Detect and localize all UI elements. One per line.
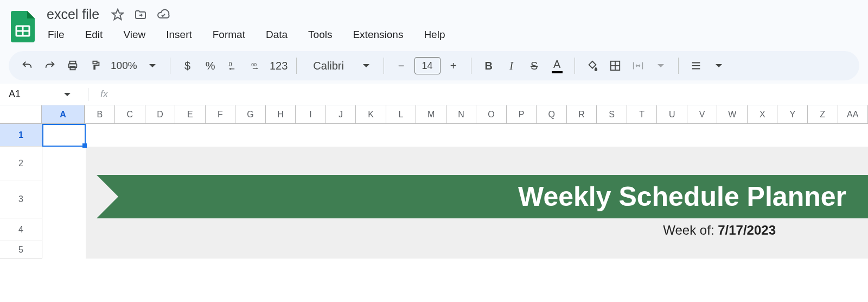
col-header-L[interactable]: L (386, 105, 417, 123)
sheet-body[interactable]: Weekly Schedule Planner Week of: 7/17/20… (42, 124, 868, 259)
col-header-E[interactable]: E (175, 105, 206, 123)
increase-decimal-icon[interactable]: .00 (246, 56, 266, 76)
print-icon[interactable] (63, 56, 82, 76)
star-icon[interactable] (111, 8, 124, 21)
fill-color-icon[interactable] (583, 56, 602, 76)
col-header-V[interactable]: V (687, 105, 718, 123)
name-box-value: A1 (9, 89, 21, 100)
zoom-dropdown-icon[interactable] (143, 56, 162, 76)
borders-icon[interactable] (605, 56, 625, 76)
col-header-T[interactable]: T (627, 105, 658, 123)
row-header-1[interactable]: 1 (0, 124, 42, 147)
separator (88, 88, 88, 101)
separator (471, 58, 471, 74)
row-headers: 1 2 3 4 5 (0, 124, 42, 259)
percent-button[interactable]: % (201, 56, 220, 76)
name-box[interactable]: A1 (0, 89, 82, 100)
sheets-logo[interactable] (9, 8, 37, 46)
row-header-2[interactable]: 2 (0, 147, 42, 180)
namebox-dropdown-icon[interactable] (64, 93, 71, 96)
undo-icon[interactable] (17, 56, 37, 76)
menu-format[interactable]: Format (209, 27, 248, 43)
menu-view[interactable]: View (120, 27, 149, 43)
menu-file[interactable]: File (44, 27, 68, 43)
separator (575, 58, 575, 74)
col-header-R[interactable]: R (567, 105, 597, 123)
col-header-AA[interactable]: AA (838, 105, 868, 123)
paint-format-icon[interactable] (86, 56, 105, 76)
col-header-G[interactable]: G (235, 105, 266, 123)
col-header-J[interactable]: J (326, 105, 356, 123)
separator (170, 58, 170, 74)
decrease-decimal-icon[interactable]: .0 (224, 56, 243, 76)
italic-button[interactable]: I (502, 56, 521, 76)
redo-icon[interactable] (40, 56, 60, 76)
row-header-4[interactable]: 4 (0, 218, 42, 241)
move-icon[interactable] (134, 8, 147, 21)
col-header-H[interactable]: H (266, 105, 296, 123)
svg-marker-3 (112, 9, 123, 20)
menu-insert[interactable]: Insert (163, 27, 195, 43)
font-size-decrease[interactable]: − (392, 56, 411, 76)
font-dropdown-icon[interactable] (356, 56, 376, 76)
col-header-Y[interactable]: Y (777, 105, 808, 123)
text-color-letter: A (553, 58, 560, 71)
text-color-swatch (552, 71, 563, 73)
menu-edit[interactable]: Edit (82, 27, 106, 43)
font-name[interactable]: Calibri (304, 56, 353, 76)
zoom-value[interactable]: 100% (108, 56, 139, 76)
col-header-N[interactable]: N (446, 105, 477, 123)
text-color-button[interactable]: A (547, 56, 567, 76)
col-header-M[interactable]: M (416, 105, 446, 123)
svg-text:.00: .00 (250, 62, 257, 67)
bold-button[interactable]: B (479, 56, 499, 76)
toolbar: 100% $ % .0 .00 123 Calibri − 14 + B I S… (9, 51, 859, 80)
week-of-date: 7/17/2023 (718, 223, 776, 237)
format-auto-button[interactable]: 123 (269, 56, 289, 76)
separator (678, 58, 679, 74)
row-header-5[interactable]: 5 (0, 241, 42, 259)
col-header-C[interactable]: C (115, 105, 145, 123)
separator (296, 58, 297, 74)
banner-title: Weekly Schedule Planner (518, 181, 846, 212)
select-all-corner[interactable] (0, 105, 42, 123)
col-header-B[interactable]: B (85, 105, 116, 123)
doc-title[interactable]: excel file (44, 5, 101, 23)
cloud-status-icon[interactable] (157, 8, 170, 21)
currency-button[interactable]: $ (178, 56, 197, 76)
menu-extensions[interactable]: Extensions (349, 27, 406, 43)
menu-tools[interactable]: Tools (305, 27, 335, 43)
col-header-W[interactable]: W (717, 105, 748, 123)
col-header-I[interactable]: I (296, 105, 326, 123)
col-header-X[interactable]: X (748, 105, 778, 123)
fx-label: fx (92, 89, 108, 100)
week-of-label: Week of: (663, 223, 718, 237)
title-ribbon: Weekly Schedule Planner (97, 175, 868, 218)
active-cell-A1[interactable] (42, 124, 86, 147)
menu-data[interactable]: Data (263, 27, 291, 43)
col-header-Z[interactable]: Z (808, 105, 838, 123)
col-header-D[interactable]: D (145, 105, 176, 123)
col-header-U[interactable]: U (657, 105, 687, 123)
col-header-Q[interactable]: Q (537, 105, 567, 123)
menu-help[interactable]: Help (420, 27, 448, 43)
align-dropdown-icon[interactable] (709, 56, 729, 76)
col-header-K[interactable]: K (356, 105, 386, 123)
col-header-P[interactable]: P (507, 105, 537, 123)
column-headers: A B C D E F G H I J K L M N O P Q R S T … (0, 105, 868, 124)
row-header-3[interactable]: 3 (0, 180, 42, 218)
merge-dropdown-icon[interactable] (651, 56, 671, 76)
svg-text:.0: .0 (227, 61, 232, 67)
strikethrough-button[interactable]: S (525, 56, 544, 76)
font-size-increase[interactable]: + (444, 56, 463, 76)
separator (384, 58, 384, 74)
col-header-A[interactable]: A (42, 105, 85, 123)
week-of-line: Week of: 7/17/2023 (663, 223, 776, 238)
align-icon[interactable] (686, 56, 706, 76)
font-size-input[interactable]: 14 (414, 57, 441, 74)
col-header-S[interactable]: S (597, 105, 627, 123)
merge-cells-icon[interactable] (628, 56, 648, 76)
col-header-F[interactable]: F (206, 105, 236, 123)
col-header-O[interactable]: O (476, 105, 507, 123)
menu-bar: File Edit View Insert Format Data Tools … (44, 27, 448, 43)
